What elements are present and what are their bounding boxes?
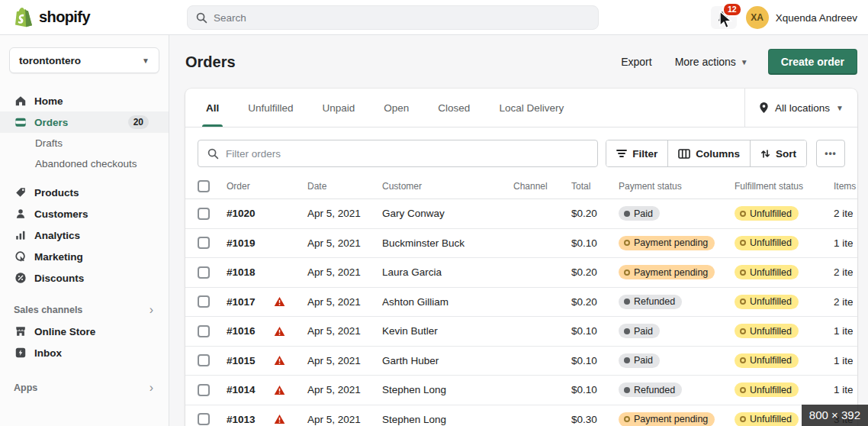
- row-checkbox[interactable]: [198, 208, 210, 220]
- warning-icon: [274, 385, 285, 395]
- main-content: Orders Export More actions ▼ Create orde…: [169, 35, 868, 426]
- order-row[interactable]: #1016 Apr 5, 2021 Kevin Butler $0.10 Pai…: [185, 317, 857, 347]
- order-row[interactable]: #1015 Apr 5, 2021 Garth Huber $0.10 Paid…: [185, 347, 857, 376]
- column-header-date[interactable]: Date: [307, 181, 382, 192]
- order-number[interactable]: #1014: [227, 384, 274, 395]
- payment-status-badge: Refunded: [619, 382, 682, 397]
- store-selector[interactable]: torontontero ▼: [9, 47, 159, 73]
- column-header-order[interactable]: Order: [227, 181, 274, 192]
- columns-icon: [678, 149, 690, 159]
- status-dot-icon: [740, 240, 746, 246]
- payment-status-cell: Paid: [619, 353, 735, 368]
- sidebar-item-analytics[interactable]: Analytics: [0, 224, 169, 246]
- column-header-channel[interactable]: Channel: [513, 181, 571, 192]
- order-number[interactable]: #1017: [227, 296, 274, 308]
- tab-closed[interactable]: Closed: [423, 89, 484, 127]
- order-number[interactable]: #1013: [227, 414, 274, 425]
- order-row[interactable]: #1013 Apr 5, 2021 Stephen Long $0.30 Pay…: [185, 405, 857, 426]
- column-header-total[interactable]: Total: [571, 181, 619, 192]
- payment-status-cell: Refunded: [619, 382, 735, 397]
- tab-open[interactable]: Open: [369, 89, 423, 127]
- sidebar-item-online-store[interactable]: Online Store: [0, 321, 169, 342]
- row-checkbox[interactable]: [198, 237, 210, 249]
- location-selector[interactable]: All locations ▼: [744, 89, 857, 127]
- row-checkbox[interactable]: [198, 266, 210, 279]
- payment-status-cell: Paid: [619, 324, 735, 338]
- order-number[interactable]: #1016: [227, 325, 274, 337]
- order-number[interactable]: #1015: [227, 355, 274, 366]
- sidebar-item-abandoned-checkouts[interactable]: Abandoned checkouts: [0, 153, 169, 174]
- row-checkbox[interactable]: [198, 295, 210, 308]
- column-header-payment-status[interactable]: Payment status: [619, 181, 735, 192]
- status-dot-icon: [624, 211, 630, 217]
- payment-status-cell: Paid: [619, 206, 735, 221]
- sidebar: torontontero ▼ Home Orders 20 Drafts Aba…: [0, 35, 169, 426]
- status-dot-icon: [624, 416, 630, 422]
- order-row[interactable]: #1018 Apr 5, 2021 Laura Garcia $0.20 Pay…: [185, 258, 857, 288]
- sidebar-item-products[interactable]: Products: [0, 182, 169, 203]
- sidebar-item-discounts[interactable]: Discounts: [0, 267, 169, 289]
- select-all-checkbox[interactable]: [198, 180, 210, 192]
- create-order-button[interactable]: Create order: [768, 49, 857, 75]
- column-header-customer[interactable]: Customer: [382, 181, 513, 192]
- orders-toolbar: Filter Columns Sort •••: [185, 127, 857, 174]
- global-search[interactable]: [187, 5, 599, 30]
- status-dot-icon: [624, 240, 630, 246]
- sidebar-item-home[interactable]: Home: [0, 90, 169, 111]
- order-number[interactable]: #1019: [227, 237, 274, 249]
- column-header-items[interactable]: Items: [834, 181, 856, 192]
- filter-orders-input[interactable]: [226, 148, 588, 160]
- sidebar-item-label: Discounts: [34, 273, 84, 284]
- order-row[interactable]: #1019 Apr 5, 2021 Buckminster Buck $0.10…: [185, 229, 857, 259]
- sidebar-item-inbox[interactable]: Inbox: [0, 342, 169, 363]
- sort-button[interactable]: Sort: [751, 140, 806, 166]
- tab-local-delivery[interactable]: Local Delivery: [484, 89, 578, 127]
- order-customer: Kevin Butler: [382, 325, 513, 337]
- sidebar-item-customers[interactable]: Customers: [0, 203, 169, 224]
- store-name: torontontero: [19, 55, 81, 66]
- row-checkbox[interactable]: [198, 413, 210, 425]
- notification-count-badge: 12: [722, 2, 742, 17]
- tab-all[interactable]: All: [191, 89, 233, 127]
- columns-button[interactable]: Columns: [668, 140, 751, 166]
- sidebar-item-drafts[interactable]: Drafts: [0, 133, 169, 153]
- sales-channels-section[interactable]: Sales channels ›: [0, 304, 169, 316]
- order-number[interactable]: #1020: [227, 208, 274, 219]
- tab-unfulfilled[interactable]: Unfulfilled: [233, 89, 307, 127]
- filter-button[interactable]: Filter: [606, 140, 668, 166]
- top-bar: shopify 12 XA Xquenda Andreev: [0, 0, 868, 35]
- order-date: Apr 5, 2021: [307, 355, 382, 366]
- shopify-logo[interactable]: shopify: [14, 7, 90, 28]
- more-actions-button[interactable]: More actions ▼: [666, 50, 757, 73]
- order-items-count: 1 item: [834, 355, 853, 366]
- tab-unpaid[interactable]: Unpaid: [308, 89, 370, 127]
- apps-section[interactable]: Apps ›: [0, 382, 169, 394]
- order-row[interactable]: #1020 Apr 5, 2021 Gary Conway $0.20 Paid…: [185, 199, 857, 229]
- order-total: $0.10: [571, 325, 619, 337]
- row-checkbox[interactable]: [198, 384, 210, 396]
- order-row[interactable]: #1014 Apr 5, 2021 Stephen Long $0.10 Ref…: [185, 376, 857, 405]
- order-number[interactable]: #1018: [227, 266, 274, 278]
- global-search-input[interactable]: [214, 12, 590, 24]
- status-dot-icon: [740, 328, 746, 334]
- shopify-bag-icon: [14, 7, 34, 28]
- notifications-button[interactable]: 12: [711, 6, 737, 29]
- sidebar-item-orders[interactable]: Orders 20: [0, 111, 169, 133]
- warning-cell: [274, 385, 307, 395]
- orders-icon: [14, 116, 27, 128]
- sidebar-item-label: Analytics: [34, 230, 80, 241]
- user-menu[interactable]: XA Xquenda Andreev: [746, 6, 857, 29]
- column-header-fulfillment-status[interactable]: Fulfillment status: [735, 181, 834, 192]
- page-actions: Export More actions ▼ Create order: [612, 49, 857, 75]
- more-options-button[interactable]: •••: [816, 140, 845, 167]
- payment-status-badge: Paid: [619, 353, 660, 368]
- export-button[interactable]: Export: [612, 50, 661, 73]
- row-checkbox[interactable]: [198, 354, 210, 366]
- search-icon: [207, 148, 219, 160]
- row-checkbox[interactable]: [198, 325, 210, 337]
- shopify-admin-screen: shopify 12 XA Xquenda Andreev torontonte…: [0, 0, 868, 426]
- filter-orders-field[interactable]: [198, 140, 598, 167]
- warning-cell: [274, 414, 307, 424]
- sidebar-item-marketing[interactable]: Marketing: [0, 246, 169, 267]
- order-row[interactable]: #1017 Apr 5, 2021 Ashton Gilliam $0.20 R…: [185, 288, 857, 318]
